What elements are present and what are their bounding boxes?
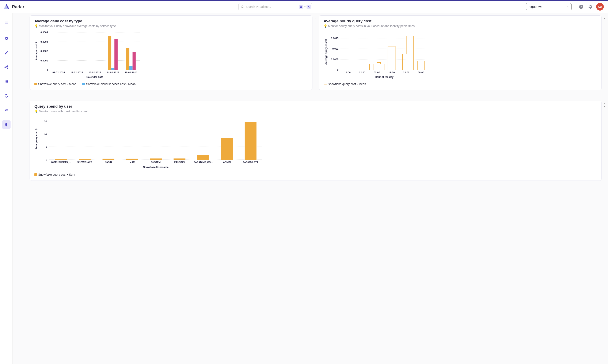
workspace-selected: rogue-two — [528, 5, 543, 8]
card-subtitle: 💡 Monitor hourly query costs in your acc… — [324, 24, 597, 28]
gear-icon — [4, 36, 8, 40]
svg-point-20 — [7, 82, 8, 83]
search-shortcut: ⌘ + K — [299, 5, 311, 9]
svg-point-16 — [6, 81, 7, 82]
svg-rect-86 — [221, 138, 233, 160]
page-title: Radar — [12, 4, 25, 9]
svg-rect-74 — [79, 159, 91, 160]
card-menu-button[interactable]: ⋮ — [602, 17, 607, 22]
card-title: Average daily cost by type — [34, 19, 308, 24]
main-content: ⋮ Average daily cost by type 💡 Monitor y… — [13, 13, 608, 364]
legend-item: Snowflake query cost • Mean — [34, 82, 77, 86]
svg-rect-72 — [55, 159, 67, 160]
dollar-icon — [4, 122, 8, 127]
global-search[interactable]: ⌘ + K — [238, 3, 312, 10]
svg-text:14-02-2024: 14-02-2024 — [107, 71, 119, 74]
sidebar-analytics[interactable] — [2, 92, 11, 100]
svg-point-12 — [5, 80, 5, 81]
workspace-select[interactable]: rogue-two — [526, 3, 571, 10]
svg-line-1 — [243, 7, 244, 8]
card-user-spend: ⋮ Query spend by user 💡 Monitor users wi… — [30, 101, 602, 181]
sidebar-menu[interactable] — [2, 18, 11, 26]
lightbulb-icon: 💡 — [34, 110, 38, 113]
svg-rect-80 — [150, 158, 162, 160]
svg-text:0: 0 — [46, 158, 47, 161]
svg-text:SYSTEM: SYSTEM — [151, 161, 160, 163]
svg-rect-84 — [197, 155, 209, 160]
help-icon: ? — [579, 4, 584, 9]
svg-text:0: 0 — [337, 69, 338, 71]
svg-point-15 — [5, 81, 5, 82]
svg-text:12-02-2024: 12-02-2024 — [70, 71, 83, 74]
svg-text:MAX: MAX — [130, 161, 135, 163]
avatar[interactable]: KA — [596, 3, 604, 11]
svg-rect-78 — [126, 159, 138, 160]
card-menu-button[interactable]: ⋮ — [602, 103, 607, 107]
svg-text:Hour of the day: Hour of the day — [375, 76, 393, 78]
svg-text:Calendar date: Calendar date — [86, 76, 103, 78]
svg-text:FABIODILETA: FABIODILETA — [243, 161, 259, 163]
svg-text:22:00: 22:00 — [403, 71, 409, 74]
hammer-icon — [4, 51, 8, 55]
help-button[interactable]: ? — [578, 4, 584, 10]
share-icon — [4, 65, 8, 69]
card-title: Average hourly query cost — [324, 19, 597, 24]
sidebar-settings[interactable] — [2, 34, 11, 43]
svg-text:0.0003: 0.0003 — [40, 40, 48, 43]
svg-text:0.001: 0.001 — [332, 48, 338, 50]
svg-line-10 — [5, 66, 7, 67]
grid-icon — [4, 79, 8, 84]
svg-point-0 — [241, 5, 243, 7]
donut-icon — [4, 94, 8, 98]
chart-legend: Snowflake query cost • Mean Snowflake cl… — [34, 82, 308, 86]
svg-text:5: 5 — [46, 145, 47, 148]
svg-rect-82 — [174, 158, 185, 160]
card-subtitle: 💡 Monitor users with most credits spent — [34, 110, 597, 113]
svg-rect-38 — [108, 36, 111, 70]
lightbulb-icon: 💡 — [34, 24, 38, 28]
svg-point-13 — [6, 80, 7, 81]
chart-user-spend: 051015WORKSHEETS_...SNOWFLAKEYASINMAXSYS… — [34, 116, 597, 170]
svg-point-19 — [6, 82, 7, 83]
lightbulb-icon: 💡 — [324, 24, 327, 28]
svg-point-14 — [7, 80, 8, 81]
svg-text:10: 10 — [44, 133, 47, 135]
sidebar-apps[interactable] — [2, 77, 11, 86]
sidebar-build[interactable] — [2, 49, 11, 57]
svg-text:Average query cost $: Average query cost $ — [325, 39, 328, 65]
svg-text:WORKSHEETS_...: WORKSHEETS_... — [51, 161, 71, 163]
settings-button[interactable] — [587, 4, 593, 10]
svg-text:KAUSTAV: KAUSTAV — [174, 161, 185, 163]
svg-line-11 — [5, 67, 7, 68]
sidebar — [0, 13, 13, 364]
svg-text:0.0002: 0.0002 — [40, 50, 48, 52]
svg-text:15: 15 — [44, 120, 47, 122]
svg-text:15-02-2024: 15-02-2024 — [125, 71, 137, 74]
app-header: Radar ⌘ + K rogue-two ? KA — [0, 1, 608, 13]
svg-rect-40 — [115, 39, 117, 70]
svg-text:0.0005: 0.0005 — [331, 58, 339, 61]
chart-hourly-cost: 00.00050.0010.001518:0012:0002:0017:0022… — [324, 30, 597, 79]
svg-text:PARADIME_CO...: PARADIME_CO... — [194, 161, 213, 163]
svg-text:18:00: 18:00 — [344, 71, 350, 74]
legend-item: Snowflake query cost • Mean — [324, 82, 366, 86]
chevron-down-icon — [567, 5, 569, 8]
sidebar-lineage[interactable] — [2, 63, 11, 71]
svg-text:SNOWFLAKE: SNOWFLAKE — [77, 161, 92, 163]
search-icon — [241, 5, 244, 8]
sidebar-tasks[interactable] — [2, 106, 11, 115]
svg-text:13-02-2024: 13-02-2024 — [89, 71, 101, 74]
svg-text:0.0004: 0.0004 — [40, 31, 48, 34]
chart-daily-cost: 00.00010.00020.00030.000409-02-202412-02… — [34, 30, 308, 79]
card-subtitle: 💡 Monitor your daily snowflake average c… — [34, 24, 308, 28]
sidebar-cost[interactable] — [2, 120, 11, 129]
search-input[interactable] — [246, 5, 297, 8]
svg-point-21 — [5, 94, 8, 97]
legend-item: Snowflake query cost • Sum — [34, 173, 75, 176]
svg-text:0: 0 — [47, 69, 48, 71]
svg-text:09-02-2024: 09-02-2024 — [52, 71, 65, 74]
legend-item: Snowflake cloud services cost • Mean — [82, 82, 136, 86]
svg-text:17:00: 17:00 — [388, 71, 395, 74]
svg-rect-76 — [103, 159, 115, 160]
card-menu-button[interactable]: ⋮ — [313, 17, 317, 22]
